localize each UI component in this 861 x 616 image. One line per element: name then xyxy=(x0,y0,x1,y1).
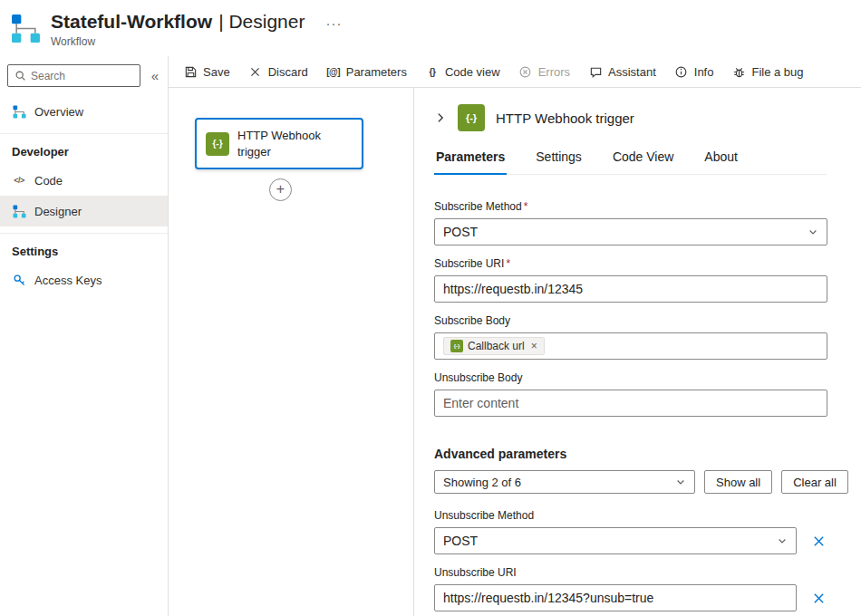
unsubscribe-body-field: Unsubscribe Body xyxy=(434,371,827,417)
info-label: Info xyxy=(694,65,714,79)
sidebar-item-label: Designer xyxy=(34,205,82,218)
advanced-parameters-dropdown[interactable]: Showing 2 of 6 xyxy=(434,470,695,494)
sidebar-item-label: Code xyxy=(34,174,63,188)
clear-all-button[interactable]: Clear all xyxy=(781,470,848,494)
node-title: HTTP Webhook trigger xyxy=(237,128,353,159)
parameters-button[interactable]: [@] Parameters xyxy=(317,56,416,87)
unsubscribe-uri-input[interactable] xyxy=(434,584,797,611)
chevron-down-icon xyxy=(777,535,788,546)
subscribe-method-value: POST xyxy=(443,225,478,239)
subscribe-uri-label-row: Subscribe URI* xyxy=(434,257,827,270)
info-button[interactable]: Info xyxy=(665,56,723,87)
subscribe-method-field: Subscribe Method* POST xyxy=(434,200,827,245)
chevron-down-icon xyxy=(808,226,818,237)
webhook-icon: {-} xyxy=(458,104,485,131)
command-bar: Save Discard [@] Parameters {} Code view… xyxy=(169,56,861,88)
sidebar-section-settings: Settings xyxy=(0,233,168,265)
panel-header: {-} HTTP Webhook trigger xyxy=(434,104,827,131)
sidebar-item-label: Overview xyxy=(34,105,83,119)
remove-unsubscribe-uri-button[interactable] xyxy=(812,592,826,605)
search-box xyxy=(7,64,140,87)
tab-code-view[interactable]: Code View xyxy=(611,149,675,175)
key-icon xyxy=(12,273,26,287)
advanced-parameters-value: Showing 2 of 6 xyxy=(443,476,521,489)
discard-label: Discard xyxy=(268,65,308,79)
errors-button: Errors xyxy=(509,56,579,87)
workflow-node-http-webhook-trigger[interactable]: {-} HTTP Webhook trigger xyxy=(195,118,363,169)
required-asterisk: * xyxy=(506,257,510,270)
token-remove-icon[interactable]: × xyxy=(531,340,537,352)
sidebar-item-access-keys[interactable]: Access Keys xyxy=(0,265,168,295)
errors-label: Errors xyxy=(538,65,570,79)
search-icon xyxy=(15,70,26,82)
subscribe-method-label: Subscribe Method xyxy=(434,200,522,213)
designer-icon xyxy=(12,204,26,218)
sidebar-collapse-button[interactable]: « xyxy=(148,68,162,83)
webhook-icon: {-} xyxy=(206,132,229,156)
add-step-button[interactable]: + xyxy=(269,178,292,201)
panel-tabs: Parameters Settings Code View About xyxy=(434,149,827,175)
save-button[interactable]: Save xyxy=(174,56,239,87)
webhook-icon: {-} xyxy=(450,340,463,352)
callback-url-token[interactable]: {-} Callback url × xyxy=(443,337,545,355)
sidebar-item-designer[interactable]: Designer xyxy=(0,196,168,226)
assistant-button[interactable]: Assistant xyxy=(579,56,665,87)
tab-about[interactable]: About xyxy=(702,149,740,175)
file-a-bug-button[interactable]: File a bug xyxy=(722,56,812,87)
info-icon xyxy=(674,64,689,79)
unsubscribe-uri-label: Unsubscribe URI xyxy=(434,566,517,579)
code-icon: </> xyxy=(12,173,26,188)
sidebar-section-developer: Developer xyxy=(0,133,168,165)
assistant-label: Assistant xyxy=(608,65,656,79)
errors-icon xyxy=(518,64,533,79)
subscribe-method-dropdown[interactable]: POST xyxy=(434,218,827,245)
advanced-parameters-row: Showing 2 of 6 Show all Clear all xyxy=(434,470,827,494)
designer-canvas[interactable]: {-} HTTP Webhook trigger + xyxy=(169,88,413,616)
more-options-button[interactable]: ··· xyxy=(325,15,342,31)
sidebar-item-code[interactable]: </> Code xyxy=(0,165,168,196)
unsubscribe-method-value: POST xyxy=(443,534,478,548)
subscribe-body-label: Subscribe Body xyxy=(434,314,510,327)
discard-button[interactable]: Discard xyxy=(239,56,317,87)
unsubscribe-method-field: Unsubscribe Method POST xyxy=(434,509,827,554)
tab-settings[interactable]: Settings xyxy=(534,149,584,175)
show-all-button[interactable]: Show all xyxy=(704,470,772,494)
page-title-suffix: | Designer xyxy=(218,11,305,33)
bug-icon xyxy=(731,64,746,79)
unsubscribe-method-dropdown[interactable]: POST xyxy=(434,527,797,554)
tab-parameters[interactable]: Parameters xyxy=(434,149,507,175)
search-input[interactable] xyxy=(31,70,133,82)
remove-unsubscribe-method-button[interactable] xyxy=(812,534,826,548)
subscribe-uri-field: Subscribe URI* xyxy=(434,257,827,303)
discard-icon xyxy=(248,64,263,79)
unsubscribe-body-input[interactable] xyxy=(434,390,827,417)
page-title: Stateful-Workflow xyxy=(51,11,212,33)
code-view-button[interactable]: {} Code view xyxy=(416,56,509,87)
chevron-down-icon xyxy=(675,476,686,487)
app-header: Stateful-Workflow | Designer ··· Workflo… xyxy=(0,0,861,56)
unsubscribe-body-label: Unsubscribe Body xyxy=(434,371,522,384)
required-asterisk: * xyxy=(524,200,528,213)
panel-title: HTTP Webhook trigger xyxy=(496,111,634,126)
subscribe-body-input[interactable]: {-} Callback url × xyxy=(434,332,827,360)
sidebar-search-row: « xyxy=(0,56,168,96)
sidebar: « Overview Developer </> Code Designer S… xyxy=(0,56,169,616)
unsubscribe-method-label: Unsubscribe Method xyxy=(434,509,534,522)
assistant-chat-icon xyxy=(588,64,603,79)
token-label: Callback url xyxy=(468,340,525,352)
subscribe-method-label-row: Subscribe Method* xyxy=(434,200,827,213)
code-view-icon: {} xyxy=(425,64,440,79)
parameters-icon: [@] xyxy=(326,64,341,79)
subscribe-uri-input[interactable] xyxy=(434,275,827,303)
subscribe-uri-label: Subscribe URI xyxy=(434,257,504,270)
save-label: Save xyxy=(203,65,230,79)
app-window: Stateful-Workflow | Designer ··· Workflo… xyxy=(0,0,861,616)
save-icon xyxy=(183,64,198,79)
collapse-panel-chevron-icon[interactable] xyxy=(434,111,447,124)
workflow-logo-icon xyxy=(11,14,41,43)
sidebar-item-overview[interactable]: Overview xyxy=(0,96,168,127)
file-a-bug-label: File a bug xyxy=(751,65,803,79)
page-subtitle: Workflow xyxy=(51,35,342,48)
advanced-parameters-heading: Advanced parameters xyxy=(434,447,827,461)
sidebar-item-label: Access Keys xyxy=(34,274,102,287)
